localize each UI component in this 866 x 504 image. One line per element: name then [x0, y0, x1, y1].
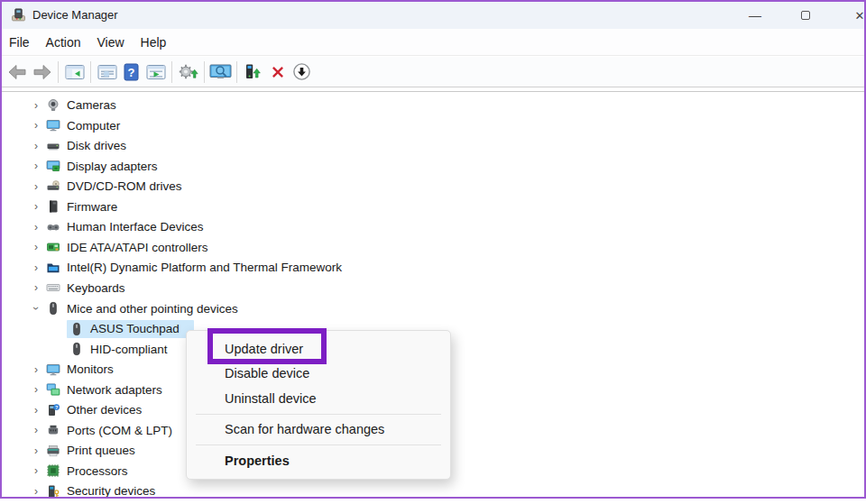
chevron-right-icon[interactable]: ›	[29, 141, 43, 151]
tree-item-dvd-cd-rom-drives[interactable]: ›DVD/CD-ROM drives	[2, 176, 864, 197]
monitor-search-icon	[209, 63, 232, 81]
update-driver-button[interactable]	[241, 60, 265, 85]
tree-item-firmware[interactable]: ›Firmware	[2, 197, 864, 217]
toolbar-separator	[171, 61, 172, 83]
display-device-icon	[46, 159, 60, 173]
chevron-right-icon[interactable]: ›	[29, 201, 43, 212]
tree-item-label: IDE ATA/ATAPI controllers	[67, 241, 208, 254]
chevron-right-icon[interactable]: ›	[29, 262, 43, 273]
uninstall-device-button[interactable]	[265, 60, 290, 85]
window-title: Device Manager	[32, 8, 118, 22]
tree-item-cameras[interactable]: ›Cameras	[2, 95, 864, 115]
window-play-icon	[146, 63, 166, 81]
menu-bar: FileActionViewHelp	[2, 29, 864, 56]
tree-item-label: Mice and other pointing devices	[67, 302, 238, 316]
device-manager-app-icon	[11, 7, 26, 23]
chevron-right-icon[interactable]: ›	[29, 445, 43, 456]
gear-up-arrow-icon	[178, 63, 199, 81]
context-menu-item-uninstall-device[interactable]: Uninstall device	[187, 386, 450, 411]
tree-item-label: Print queues	[67, 444, 135, 457]
tree-item-keyboards[interactable]: ›Keyboards	[2, 278, 864, 298]
ide-device-icon	[46, 240, 60, 254]
back-button[interactable]	[5, 60, 30, 85]
maximize-button[interactable]	[785, 2, 826, 29]
cameras-device-icon	[46, 98, 60, 113]
window-panel-icon	[65, 63, 85, 81]
toolbar-separator	[90, 61, 91, 83]
context-menu-item-properties[interactable]: Properties	[187, 448, 450, 473]
show-console-tree-button[interactable]	[62, 60, 87, 85]
tree-item-security-devices[interactable]: ›Security devices	[2, 481, 864, 499]
menu-help[interactable]: Help	[133, 29, 175, 55]
tree-item-label: Cameras	[67, 98, 116, 112]
tree-item-intel-r-dynamic-platform-and-thermal-framework[interactable]: ›Intel(R) Dynamic Platform and Thermal F…	[2, 257, 864, 278]
menu-view[interactable]: View	[88, 29, 132, 55]
chevron-right-icon[interactable]: ›	[29, 405, 43, 416]
tree-item-human-interface-devices[interactable]: ›Human Interface Devices	[2, 216, 864, 237]
svg-text:?: ?	[128, 65, 135, 78]
firmware-device-icon	[46, 199, 60, 214]
chevron-right-icon[interactable]: ›	[29, 120, 43, 131]
chevron-right-icon[interactable]: ›	[29, 100, 43, 111]
chevron-right-icon[interactable]: ›	[29, 242, 43, 252]
chevron-right-icon[interactable]: ›	[29, 425, 43, 435]
chevron-right-icon[interactable]: ›	[29, 486, 43, 497]
export-list-button[interactable]	[95, 60, 119, 85]
context-menu-item-disable-device[interactable]: Disable device	[187, 362, 450, 387]
disk-device-icon	[46, 139, 60, 153]
circle-down-arrow-icon	[292, 62, 311, 81]
properties-window-button[interactable]	[143, 60, 168, 85]
toolbar-separator	[204, 61, 205, 83]
device-up-arrow-icon	[243, 63, 263, 81]
chevron-right-icon[interactable]: ›	[29, 222, 43, 233]
update-driver-software-button[interactable]	[176, 60, 200, 85]
arrow-right-icon	[32, 63, 52, 81]
annotation-highlight-box	[207, 328, 327, 364]
device-manager-window: Device Manager — ✕ FileActionViewHelp ? …	[0, 0, 866, 499]
keyboard-device-icon	[46, 280, 60, 295]
chevron-right-icon[interactable]: ›	[29, 465, 43, 476]
tree-item-label: Computer	[67, 119, 120, 133]
dvd-device-icon	[46, 179, 60, 194]
tree-item-label: ASUS Touchpad	[90, 322, 180, 335]
forward-button[interactable]	[30, 60, 54, 85]
disable-device-button[interactable]	[290, 60, 314, 85]
hid-device-icon	[46, 220, 60, 234]
red-x-icon	[269, 63, 287, 81]
chevron-right-icon[interactable]: ›	[29, 384, 43, 395]
ports-device-icon	[46, 423, 60, 437]
scan-hardware-changes-button[interactable]	[208, 60, 233, 85]
chevron-right-icon[interactable]: ›	[29, 160, 43, 171]
menu-separator	[196, 414, 441, 415]
menu-file[interactable]: File	[2, 29, 38, 55]
minimize-button[interactable]: —	[734, 2, 776, 29]
tree-item-label: Security devices	[67, 484, 155, 498]
printer-device-icon	[46, 444, 60, 458]
chevron-right-icon[interactable]: ›	[29, 364, 43, 375]
tree-item-label: HID-compliant	[90, 343, 168, 356]
toolbar-separator	[58, 61, 59, 83]
menu-action[interactable]: Action	[38, 29, 89, 55]
toolbar: ?	[2, 57, 864, 87]
other-device-icon: ?	[46, 403, 60, 417]
maximize-icon	[801, 11, 810, 20]
help-button[interactable]: ?	[119, 60, 143, 85]
tree-item-label: Processors	[67, 464, 128, 478]
tree-item-label: Keyboards	[67, 281, 125, 295]
tree-item-label: Network adapters	[67, 383, 162, 397]
mouse-device-icon	[69, 342, 84, 356]
tree-item-mice-and-other-pointing-devices[interactable]: ›Mice and other pointing devices	[2, 298, 864, 319]
chevron-down-icon[interactable]: ›	[31, 301, 41, 316]
network-device-icon	[46, 382, 60, 397]
tree-item-display-adapters[interactable]: ›Display adapters	[2, 156, 864, 177]
window-list-icon	[97, 63, 117, 81]
tree-item-label: Display adapters	[67, 160, 158, 173]
tree-item-computer[interactable]: ›Computer	[2, 115, 864, 136]
close-button[interactable]: ✕	[839, 2, 866, 29]
tree-item-ide-ata-atapi-controllers[interactable]: ›IDE ATA/ATAPI controllers	[2, 237, 864, 258]
chevron-right-icon[interactable]: ›	[29, 181, 43, 192]
chevron-right-icon[interactable]: ›	[29, 282, 43, 293]
tree-item-disk-drives[interactable]: ›Disk drives	[2, 135, 864, 156]
mouse-device-icon	[46, 301, 60, 316]
context-menu-item-scan-for-hardware-changes[interactable]: Scan for hardware changes	[187, 417, 450, 443]
